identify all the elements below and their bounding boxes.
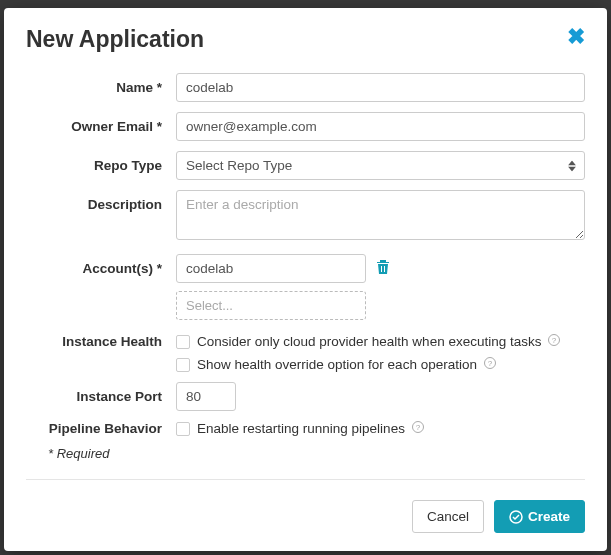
required-note: * Required (48, 446, 585, 461)
divider (26, 479, 585, 480)
svg-text:?: ? (552, 336, 557, 345)
checkbox-health-override[interactable] (176, 358, 190, 372)
create-button-label: Create (528, 509, 570, 524)
row-name: Name * (26, 73, 585, 102)
name-input[interactable] (176, 73, 585, 102)
row-accounts: Account(s) * Select... (26, 254, 585, 320)
repo-type-value: Select Repo Type (186, 158, 292, 173)
row-repo-type: Repo Type Select Repo Type (26, 151, 585, 180)
new-application-modal: New Application ✖ Name * Owner Email * R… (4, 8, 607, 551)
create-button[interactable]: Create (494, 500, 585, 533)
select-arrows-icon (568, 160, 576, 171)
modal-footer: Cancel Create (4, 486, 607, 551)
account-input-0[interactable] (176, 254, 366, 283)
check-circle-icon (509, 510, 523, 524)
row-instance-port: Instance Port (26, 382, 585, 411)
label-owner-email: Owner Email * (26, 112, 176, 134)
checkbox-label-health-consider: Consider only cloud provider health when… (197, 334, 541, 349)
account-item (176, 254, 585, 283)
label-accounts: Account(s) * (26, 254, 176, 276)
label-description: Description (26, 190, 176, 212)
modal-header: New Application ✖ (4, 8, 607, 67)
label-pipeline-behavior: Pipeline Behavior (26, 421, 176, 436)
label-name: Name * (26, 73, 176, 95)
close-button[interactable]: ✖ (567, 26, 585, 48)
help-icon[interactable]: ? (484, 357, 496, 372)
checkbox-pipeline-restart[interactable] (176, 422, 190, 436)
modal-title: New Application (26, 26, 204, 53)
description-textarea[interactable] (176, 190, 585, 240)
repo-type-select[interactable]: Select Repo Type (176, 151, 585, 180)
checkbox-label-health-override: Show health override option for each ope… (197, 357, 477, 372)
svg-text:?: ? (416, 423, 421, 432)
row-description: Description (26, 190, 585, 244)
label-repo-type: Repo Type (26, 151, 176, 173)
close-icon: ✖ (567, 24, 585, 49)
label-instance-port: Instance Port (26, 382, 176, 404)
checkbox-row-health-override: Show health override option for each ope… (176, 357, 585, 372)
row-instance-health: Instance Health Consider only cloud prov… (26, 334, 585, 372)
cancel-button[interactable]: Cancel (412, 500, 484, 533)
trash-icon[interactable] (376, 259, 390, 279)
checkbox-row-pipeline-restart: Enable restarting running pipelines ? (176, 421, 585, 436)
owner-email-input[interactable] (176, 112, 585, 141)
row-pipeline-behavior: Pipeline Behavior Enable restarting runn… (26, 421, 585, 436)
help-icon[interactable]: ? (412, 421, 424, 436)
modal-body: Name * Owner Email * Repo Type Select Re… (4, 67, 607, 486)
checkbox-row-health-consider: Consider only cloud provider health when… (176, 334, 585, 349)
account-add-select[interactable]: Select... (176, 291, 366, 320)
checkbox-label-pipeline-restart: Enable restarting running pipelines (197, 421, 405, 436)
svg-text:?: ? (488, 359, 493, 368)
instance-port-input[interactable] (176, 382, 236, 411)
label-instance-health: Instance Health (26, 334, 176, 349)
help-icon[interactable]: ? (548, 334, 560, 349)
row-owner-email: Owner Email * (26, 112, 585, 141)
checkbox-health-consider[interactable] (176, 335, 190, 349)
